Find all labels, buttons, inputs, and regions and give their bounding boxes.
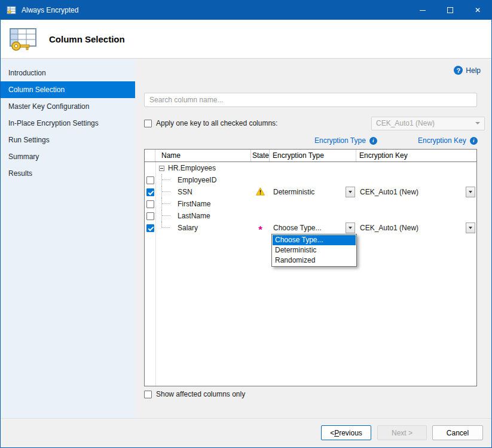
grid-header-name: Name [155, 150, 251, 161]
page-title: Column Selection [49, 34, 125, 44]
cancel-button[interactable]: Cancel [432, 425, 483, 440]
chevron-down-icon [349, 227, 352, 229]
tree-collapse-toggle[interactable] [159, 166, 164, 171]
sidebar-item-run-settings[interactable]: Run Settings [1, 132, 135, 148]
previous-label-suffix: revious [339, 429, 362, 437]
table-row: Salary * Choose Type... CEK_Auto1 (New) [145, 222, 476, 234]
wizard-nav-sidebar: Introduction Column Selection Master Key… [1, 59, 135, 418]
encryption-type-dropdown-list: Choose Type... Deterministic Randomized [271, 234, 357, 267]
sidebar-item-in-place-encryption-settings[interactable]: In-Place Encryption Settings [1, 115, 135, 132]
app-icon [7, 6, 16, 14]
chevron-down-icon [475, 122, 480, 124]
show-affected-checkbox[interactable] [144, 391, 152, 398]
table-row: FirstName [145, 198, 476, 210]
row-checkbox[interactable] [146, 176, 154, 184]
tree-connector [161, 198, 173, 210]
column-name: Salary [178, 224, 198, 232]
encryption-key-dropdown-button[interactable] [466, 223, 475, 233]
info-icon[interactable] [369, 137, 377, 145]
columns-grid: Name State Encryption Type Encryption Ke… [144, 149, 477, 386]
encryption-type-value: Choose Type... [270, 224, 322, 232]
row-checkbox[interactable] [146, 188, 154, 196]
apply-key-row: Apply one key to all checked columns: CE… [144, 115, 485, 131]
chevron-down-icon [469, 227, 472, 229]
tree-connector [161, 186, 173, 198]
encryption-type-dropdown-button[interactable] [346, 187, 355, 197]
sidebar-item-results[interactable]: Results [1, 165, 135, 182]
table-row: EmployeeID [145, 174, 476, 186]
previous-label-accel: P [334, 429, 339, 437]
grid-header-checkbox-column [145, 150, 155, 161]
sidebar-item-introduction[interactable]: Introduction [1, 65, 135, 81]
main-panel: Help Apply one key to all checked column… [135, 59, 492, 418]
encryption-key-value: CEK_Auto1 (New) [356, 188, 418, 196]
column-name: LastName [178, 212, 210, 220]
row-checkbox[interactable] [146, 200, 154, 208]
table-row: SSN Deterministic CEK_Auto1 (Ne [145, 186, 476, 198]
next-button[interactable]: Next > [377, 425, 427, 440]
grid-header-encryption-type: Encryption Type [270, 150, 356, 161]
sidebar-item-master-key-configuration[interactable]: Master Key Configuration [1, 98, 135, 115]
grid-header-encryption-key: Encryption Key [356, 150, 476, 161]
minimize-icon [420, 10, 426, 11]
maximize-button[interactable] [436, 1, 464, 20]
column-name: SSN [178, 188, 192, 196]
minimize-button[interactable] [409, 1, 436, 20]
titlebar: Always Encrypted [1, 1, 491, 20]
encryption-type-dropdown-button[interactable] [346, 223, 355, 233]
chevron-down-icon [349, 191, 352, 193]
sidebar-item-column-selection[interactable]: Column Selection [1, 81, 135, 98]
tree-connector [161, 210, 173, 222]
table-row: LastName [145, 210, 476, 222]
tree-connector [161, 174, 173, 186]
row-checkbox[interactable] [146, 212, 154, 220]
grid-header-state: State [251, 150, 270, 161]
help-link[interactable]: Help [454, 66, 481, 75]
chevron-down-icon [469, 191, 472, 193]
sidebar-item-summary[interactable]: Summary [1, 148, 135, 165]
previous-button[interactable]: < Previous [321, 425, 371, 440]
maximize-icon [447, 7, 453, 13]
column-name: EmployeeID [178, 176, 216, 184]
window-title: Always Encrypted [22, 6, 78, 14]
encryption-key-value: CEK_Auto1 (New) [356, 224, 418, 232]
encryption-type-link[interactable]: Encryption Type [314, 136, 366, 145]
show-affected-row: Show affected columns only [144, 390, 245, 398]
apply-key-checkbox[interactable] [144, 120, 152, 127]
previous-label-prefix: < [330, 429, 334, 437]
info-icon[interactable] [470, 137, 478, 145]
column-name: FirstName [178, 200, 210, 208]
always-encrypted-wizard-window: Always Encrypted Column Selection [0, 0, 492, 448]
tree-connector [161, 222, 173, 234]
help-icon [454, 66, 463, 75]
encryption-type-value: Deterministic [270, 188, 314, 196]
warning-icon [256, 187, 265, 197]
dropdown-option-randomized[interactable]: Randomized [273, 255, 356, 266]
checkbox-column-divider [155, 162, 156, 386]
close-icon [475, 6, 481, 14]
close-button[interactable] [464, 1, 491, 20]
wizard-footer: < Previous Next > Cancel [1, 418, 491, 447]
help-label: Help [466, 66, 481, 75]
apply-key-label: Apply one key to all checked columns: [156, 119, 277, 127]
grid-header-row: Name State Encryption Type Encryption Ke… [145, 150, 476, 162]
table-row-group: HR.Employees [145, 162, 476, 174]
wizard-header: Column Selection [1, 20, 491, 59]
dropdown-option-choose-type[interactable]: Choose Type... [273, 235, 356, 245]
search-input[interactable] [144, 93, 477, 107]
row-checkbox[interactable] [146, 224, 154, 232]
table-group-label: HR.Employees [168, 164, 216, 172]
encryption-key-link[interactable]: Encryption Key [418, 136, 466, 145]
encryption-key-dropdown-button[interactable] [466, 187, 475, 197]
table-key-icon [8, 26, 38, 51]
show-affected-label: Show affected columns only [156, 390, 245, 398]
required-icon: * [258, 227, 262, 233]
apply-key-value: CEK_Auto1 (New) [376, 119, 435, 127]
dropdown-option-deterministic[interactable]: Deterministic [273, 245, 356, 255]
apply-key-select[interactable]: CEK_Auto1 (New) [371, 117, 485, 130]
